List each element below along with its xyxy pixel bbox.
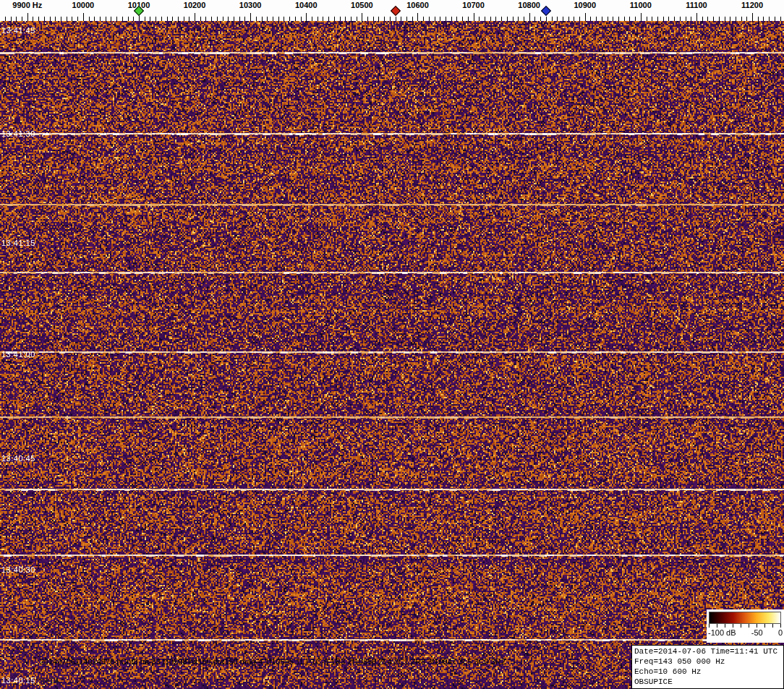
time-label: 13:41:45 xyxy=(1,26,35,35)
time-label: 13:41:30 xyxy=(1,129,35,138)
freq-major-tick xyxy=(474,13,474,21)
info-frequency: Freq=143 050 000 Hz xyxy=(634,656,781,667)
freq-tick-label: 10500 xyxy=(351,1,373,9)
freq-major-tick xyxy=(641,13,642,21)
legend-label-max: 0 xyxy=(778,628,783,637)
time-label: 13:41:00 xyxy=(1,350,35,359)
event-annotation: 20140706114014976 hCnt8 nb-83 f10598 hit… xyxy=(40,657,506,666)
info-date-time: Date=2014-07-06 Time=11:41 UTC xyxy=(634,646,781,656)
time-cursor-label: ^t+14 xyxy=(35,676,59,685)
freq-marker-blue-diamond[interactable] xyxy=(541,6,551,16)
color-scale-gradient xyxy=(709,612,781,624)
freq-major-tick xyxy=(306,13,307,21)
time-label: 13:41:15 xyxy=(1,239,35,247)
freq-major-tick xyxy=(417,13,418,21)
color-scale-labels: -100 dB -50 0 xyxy=(707,628,784,637)
freq-tick-label: 10900 xyxy=(574,1,596,9)
freq-major-tick xyxy=(529,13,530,21)
legend-label-min: -100 dB xyxy=(708,628,736,637)
freq-tick-label: 9900 Hz xyxy=(12,1,42,9)
meteor-spectrogram-app: 9900 Hz100001010010200103001040010500106… xyxy=(0,0,784,689)
freq-major-tick xyxy=(752,13,753,21)
legend-label-mid: -50 xyxy=(751,628,763,637)
color-scale-legend: -100 dB -50 0 xyxy=(707,609,784,643)
info-station: OBSUPICE xyxy=(634,677,781,687)
time-label: 13:40:30 xyxy=(1,565,35,574)
freq-tick-label: 11200 xyxy=(741,1,763,9)
freq-tick-label: 10200 xyxy=(184,1,206,9)
status-info-box: Date=2014-07-06 Time=11:41 UTC Freq=143 … xyxy=(631,645,784,689)
freq-major-tick xyxy=(696,13,697,21)
freq-major-tick xyxy=(250,13,251,21)
freq-tick-label: 10700 xyxy=(462,1,485,9)
freq-tick-label: 10800 xyxy=(518,1,540,9)
info-echo: Echo=10 600 Hz xyxy=(634,667,781,677)
freq-major-tick xyxy=(362,13,362,21)
freq-tick-label: 10000 xyxy=(72,1,95,9)
freq-major-tick xyxy=(585,13,586,21)
freq-tick-label: 10400 xyxy=(295,1,318,9)
freq-marker-red-diamond[interactable] xyxy=(391,6,401,16)
time-label: 13:40:45 xyxy=(1,454,35,463)
freq-major-tick xyxy=(83,13,84,21)
frequency-ruler[interactable]: 9900 Hz100001010010200103001040010500106… xyxy=(0,0,784,21)
freq-tick-label: 10600 xyxy=(406,1,429,9)
waterfall-overlay: 20140706114014976 hCnt8 nb-83 f10598 hit… xyxy=(0,21,784,689)
freq-tick-label: 11000 xyxy=(630,1,652,9)
freq-major-tick xyxy=(27,13,28,21)
freq-tick-label: 11100 xyxy=(686,1,707,9)
freq-major-tick xyxy=(195,13,195,21)
freq-tick-label: 10300 xyxy=(239,1,262,9)
waterfall-area: 20140706114014976 hCnt8 nb-83 f10598 hit… xyxy=(0,21,784,689)
color-scale-ticks xyxy=(709,624,781,628)
time-label: 13:40:15 ^t+14 xyxy=(1,676,59,685)
